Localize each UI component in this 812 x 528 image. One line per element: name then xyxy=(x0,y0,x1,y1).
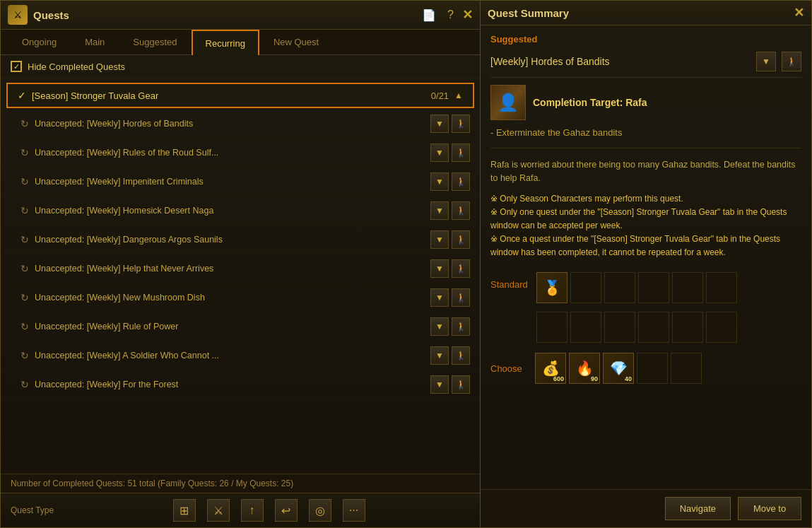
summary-header: Quest Summary ✕ xyxy=(481,1,811,25)
bottom-bar: Quest Type ⊞ ⚔ ↑ ↩ ◎ ··· xyxy=(1,493,480,527)
choose-label: Choose xyxy=(490,363,529,374)
hide-completed-checkbox[interactable]: ✓ xyxy=(11,61,22,72)
quest-navigate-button[interactable]: 🚶 xyxy=(452,143,470,162)
quest-name[interactable]: Unaccepted: [Weekly] For the Forest xyxy=(35,380,425,389)
npc-avatar: 👤 xyxy=(490,85,526,120)
summary-footer: Navigate Move to xyxy=(481,489,811,527)
quest-navigate-button[interactable]: 🚶 xyxy=(452,375,470,394)
quest-navigate-button[interactable]: 🚶 xyxy=(452,346,470,365)
quest-dropdown-button[interactable]: ▼ xyxy=(430,172,449,191)
quest-summary-window: Quest Summary ✕ Suggested [Weekly] Horde… xyxy=(481,0,812,528)
quest-navigate-button[interactable]: 🚶 xyxy=(452,230,470,249)
quest-dropdown-button[interactable]: ▼ xyxy=(430,259,449,278)
quest-name[interactable]: Unaccepted: [Weekly] Impenitent Criminal… xyxy=(35,177,425,187)
npc-avatar-icon: 👤 xyxy=(498,93,519,112)
choose-slot[interactable]: 🔥 90 xyxy=(569,353,600,384)
season-progress: 0/21 xyxy=(431,90,449,101)
quests-close-button[interactable]: ✕ xyxy=(462,7,473,23)
list-item: ↻ Unaccepted: [Weekly] Homesick Desert N… xyxy=(1,196,480,225)
standard-rewards-label: Standard xyxy=(490,272,529,290)
quest-name[interactable]: Unaccepted: [Weekly] Rule of Power xyxy=(35,322,425,332)
expand-arrow-icon: ▲ xyxy=(454,90,463,100)
choose-slot[interactable]: 💎 40 xyxy=(603,353,634,384)
summary-dropdown-button[interactable]: ▼ xyxy=(756,52,776,71)
more-options-button[interactable]: ··· xyxy=(343,499,365,522)
tab-main[interactable]: Main xyxy=(71,30,119,54)
level-filter-button[interactable]: ↑ xyxy=(241,499,264,522)
quest-navigate-button[interactable]: 🚶 xyxy=(452,201,470,220)
season-check-icon: ✓ xyxy=(18,90,26,101)
summary-title: Quest Summary xyxy=(488,7,794,19)
refresh-icon: ↻ xyxy=(20,118,29,129)
list-item: ↻ Unaccepted: [Weekly] Rule of Power ▼ 🚶 xyxy=(1,312,480,341)
quest-name[interactable]: Unaccepted: [Weekly] Rules of the Roud S… xyxy=(35,148,425,158)
tab-recurring[interactable]: Recurring xyxy=(192,30,259,55)
list-item: ↻ Unaccepted: [Weekly] Help that Never A… xyxy=(1,254,480,283)
quest-dropdown-button[interactable]: ▼ xyxy=(430,115,449,133)
quest-dropdown-button[interactable]: ▼ xyxy=(430,230,449,249)
list-item: ↻ Unaccepted: [Weekly] Rules of the Roud… xyxy=(1,139,480,168)
tab-suggested[interactable]: Suggested xyxy=(119,30,191,54)
quests-title: Quests xyxy=(33,9,413,21)
quest-dropdown-button[interactable]: ▼ xyxy=(430,288,449,307)
quest-navigate-button[interactable]: 🚶 xyxy=(452,115,470,133)
quest-name[interactable]: Unaccepted: [Weekly] Hordes of Bandits xyxy=(35,119,425,129)
quest-name[interactable]: Unaccepted: [Weekly] Dangerous Argos Sau… xyxy=(35,235,425,245)
help-button[interactable]: ? xyxy=(445,7,457,23)
choose-count: 40 xyxy=(625,375,632,382)
refresh-icon: ↻ xyxy=(20,147,29,158)
note-3: ※ Once a quest under the "[Season] Stron… xyxy=(490,233,801,259)
quest-dropdown-button[interactable]: ▼ xyxy=(430,317,449,336)
navigate-button[interactable]: Navigate xyxy=(665,497,731,520)
quest-actions: ▼ 🚶 xyxy=(430,317,470,336)
quest-navigate-button[interactable]: 🚶 xyxy=(452,288,470,307)
quest-navigate-button[interactable]: 🚶 xyxy=(452,259,470,278)
choose-count: 600 xyxy=(553,375,564,382)
tab-new-quest[interactable]: New Quest xyxy=(259,30,333,54)
choose-slot xyxy=(637,353,668,384)
reward-slot xyxy=(570,272,601,303)
quest-actions: ▼ 🚶 xyxy=(430,346,470,365)
refresh-icon: ↻ xyxy=(20,321,29,332)
move-to-button[interactable]: Move to xyxy=(738,497,801,520)
choose-row: Choose 💰 600 🔥 90 💎 40 xyxy=(490,353,801,384)
explore-filter-button[interactable]: ◎ xyxy=(309,499,331,522)
reward-slot xyxy=(672,312,703,343)
refresh-icon: ↻ xyxy=(20,350,29,361)
choose-count: 90 xyxy=(591,375,598,382)
summary-close-button[interactable]: ✕ xyxy=(794,5,804,20)
quest-actions: ▼ 🚶 xyxy=(430,259,470,278)
list-item: ↻ Unaccepted: [Weekly] A Soldier Who Can… xyxy=(1,341,480,370)
quest-dropdown-button[interactable]: ▼ xyxy=(430,201,449,220)
quest-name[interactable]: Unaccepted: [Weekly] A Soldier Who Canno… xyxy=(35,351,425,360)
quest-navigate-button[interactable]: 🚶 xyxy=(452,317,470,336)
life-filter-button[interactable]: ↩ xyxy=(275,499,298,522)
choose-slot[interactable]: 💰 600 xyxy=(535,353,566,384)
quest-dropdown-button[interactable]: ▼ xyxy=(430,143,449,162)
header-icons: 📄 ? ✕ xyxy=(419,7,473,23)
quest-actions: ▼ 🚶 xyxy=(430,230,470,249)
reward-slot xyxy=(604,312,635,343)
refresh-icon: ↻ xyxy=(20,176,29,187)
quest-name[interactable]: Unaccepted: [Weekly] New Mushroom Dish xyxy=(35,293,425,303)
grid-view-button[interactable]: ⊞ xyxy=(173,499,196,522)
quest-name[interactable]: Unaccepted: [Weekly] Help that Never Arr… xyxy=(35,264,425,274)
tab-ongoing[interactable]: Ongoing xyxy=(8,30,71,54)
choose-items: 💰 600 🔥 90 💎 40 xyxy=(535,353,702,384)
new-tab-button[interactable]: 📄 xyxy=(419,7,439,23)
quest-name[interactable]: Unaccepted: [Weekly] Homesick Desert Nag… xyxy=(35,206,425,216)
combat-filter-button[interactable]: ⚔ xyxy=(207,499,230,522)
category-label: Suggested xyxy=(490,34,801,45)
quest-dropdown-button[interactable]: ▼ xyxy=(430,375,449,394)
list-item: ↻ Unaccepted: [Weekly] For the Forest ▼ … xyxy=(1,370,480,399)
quest-dropdown-button[interactable]: ▼ xyxy=(430,346,449,365)
summary-navigate-npc-button[interactable]: 🚶 xyxy=(782,52,801,71)
npc-name: Completion Target: Rafa xyxy=(533,97,647,108)
rewards-section: Standard 🏅 xyxy=(490,272,801,384)
season-quest-title: [Season] Stronger Tuvala Gear xyxy=(32,90,425,101)
quest-navigate-button[interactable]: 🚶 xyxy=(452,172,470,191)
tabs-row: Ongoing Main Suggested Recurring New Que… xyxy=(1,30,480,55)
season-quest-header[interactable]: ✓ [Season] Stronger Tuvala Gear 0/21 ▲ xyxy=(6,83,474,108)
reward-slot[interactable]: 🏅 xyxy=(536,272,567,303)
quests-window: ⚔ Quests 📄 ? ✕ Ongoing Main Suggested Re… xyxy=(0,0,481,528)
